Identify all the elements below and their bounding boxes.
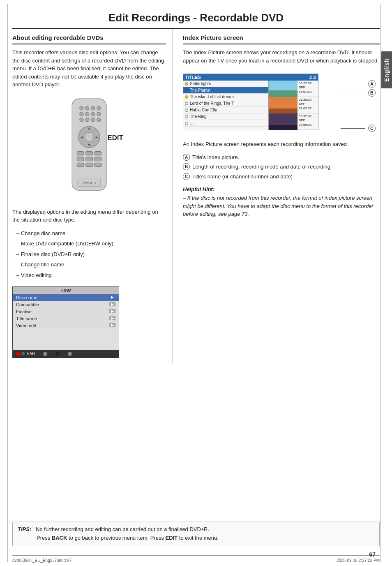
hint-title: Helpful Hint:: [183, 186, 380, 192]
svg-point-4: [97, 106, 101, 110]
svg-point-9: [80, 118, 83, 121]
svg-text:◄: ◄: [80, 135, 83, 139]
svg-point-1: [80, 106, 83, 110]
svg-text:▲: ▲: [87, 126, 91, 130]
info-label-b: B: [183, 163, 190, 170]
list-item: Finalise disc (DVD±R only): [16, 249, 166, 260]
titles-label: TITLES: [185, 75, 201, 80]
grey-circle-icon-1: [43, 352, 47, 356]
info-list: A Title's index picture. B Length of rec…: [183, 152, 380, 182]
label-b: B: [368, 89, 376, 97]
label-c: C: [368, 125, 376, 132]
edit-menu-footer: CLEAR: [13, 350, 119, 358]
right-column: Index Picture screen The Index Picture s…: [181, 29, 380, 364]
dark-circle-icon: [55, 352, 60, 356]
left-body-text-2: The displayed options in the editing men…: [12, 208, 166, 224]
svg-point-12: [97, 118, 101, 121]
svg-rect-31: [269, 81, 297, 90]
label-b-wrapper: B: [341, 89, 376, 97]
edit-menu-item-disc-name: Disc name ▶: [13, 294, 119, 301]
edit-menu-header: +RW: [13, 287, 119, 294]
edit-menu-item-video-edit: Video edit ▶: [13, 322, 119, 329]
right-body-text-2: An Index Picture screen represents each …: [183, 140, 380, 148]
edit-menu-item-finalise: Finalise ▶: [13, 308, 119, 315]
thumb-row-3: 00:32:02 SPP 28:06:03: [269, 113, 318, 130]
tips-back-text: Press BACK to go back to previous menu i…: [18, 535, 219, 541]
index-box-wrapper: TITLES 2-2 Static lights The: [183, 69, 380, 135]
list-item: Make DVD compatible (DVD±RW only): [16, 238, 166, 249]
thumb-info-1: 00:22:08 SPP 14:01:03: [297, 81, 318, 97]
info-item-a: A Title's index picture.: [183, 152, 380, 162]
svg-rect-25: [95, 157, 101, 161]
svg-point-3: [91, 106, 95, 110]
list-item: Video editing: [16, 270, 166, 281]
index-picture-box: TITLES 2-2 Static lights The: [183, 74, 318, 130]
svg-point-10: [85, 118, 89, 121]
dot-7: [185, 122, 188, 125]
footer-circle-3: [68, 352, 72, 356]
svg-point-2: [85, 106, 89, 110]
info-label-c: C: [183, 173, 190, 180]
svg-text:▼: ▼: [87, 143, 91, 147]
svg-rect-28: [95, 163, 101, 166]
right-border: [380, 4, 380, 562]
svg-point-5: [80, 112, 83, 116]
svg-text:►: ►: [95, 135, 99, 139]
grey-circle-icon-2: [68, 352, 72, 356]
bottom-border-line: [12, 555, 380, 556]
page-container: Edit Recordings - Recordable DVD English…: [0, 0, 392, 566]
right-body-text-1: The Index Picture screen shows your reco…: [183, 49, 380, 65]
svg-point-7: [91, 112, 95, 116]
index-item-3: The island of lost dream: [183, 94, 268, 100]
edit-menu-spacer: [13, 329, 119, 350]
index-titles-row: TITLES 2-2: [183, 74, 318, 81]
thumb-img-3: [269, 113, 297, 130]
index-item-7: …: [183, 120, 268, 127]
label-a: A: [368, 80, 376, 88]
thumb-img-2: [269, 97, 297, 113]
label-c-line: [341, 128, 365, 129]
svg-point-14: [85, 132, 94, 141]
left-body-text-1: This recorder offers various disc edit o…: [12, 49, 166, 89]
hint-text: – If the disc is not recorded from this …: [183, 194, 380, 218]
footer-date: 2005-09-16 2:27:22 PM: [337, 558, 380, 563]
svg-point-11: [91, 118, 95, 121]
tips-label: TIPS:: [18, 526, 31, 532]
label-c-wrapper: C: [341, 125, 376, 132]
index-item-2: The Pianist: [183, 87, 268, 94]
svg-rect-27: [86, 163, 93, 166]
dot-6: [185, 115, 188, 118]
label-a-wrapper: A: [341, 80, 376, 88]
info-label-a: A: [183, 154, 190, 161]
tips-bar: TIPS: No further recording and editing c…: [12, 522, 380, 546]
left-section-heading: About editing recordable DVDs: [12, 29, 166, 44]
svg-rect-26: [77, 163, 84, 166]
tips-text: No further recording and editing can be …: [36, 526, 209, 532]
index-list: Static lights The Pianist The island of …: [183, 81, 269, 130]
label-a-line: [341, 84, 365, 84]
right-section-heading: Index Picture screen: [183, 29, 380, 44]
hint-section: Helpful Hint: – If the disc is not recor…: [183, 186, 380, 218]
dot-yellow-3: [185, 95, 188, 99]
remote-area: ▲ ▼ ◄ ► EDIT: [12, 95, 166, 202]
label-b-line: [341, 93, 365, 93]
svg-point-8: [97, 112, 101, 116]
index-item-6: The Ring: [183, 113, 268, 120]
index-content: Static lights The Pianist The island of …: [183, 81, 318, 130]
content-columns: About editing recordable DVDs This recor…: [12, 29, 380, 364]
thumb-info-2: 01:20:00 SPP 21:02:03: [297, 97, 318, 113]
dot-blue-2: [185, 89, 188, 92]
svg-rect-24: [86, 157, 93, 161]
info-item-b: B Length of recording, recording mode an…: [183, 162, 380, 172]
thumb-row-1: 00:22:08 SPP 14:01:03: [269, 81, 318, 97]
footer-circle-1: [43, 352, 47, 356]
dot-yellow-1: [185, 82, 188, 85]
edit-menu-item-compatible: Compatible ▶: [13, 301, 119, 308]
svg-text:EDIT: EDIT: [108, 134, 124, 141]
left-column: About editing recordable DVDs This recor…: [12, 29, 173, 364]
svg-text:PHILIPS: PHILIPS: [83, 181, 96, 185]
left-border: [7, 4, 8, 562]
thumb-row-2: 01:20:00 SPP 21:02:03: [269, 97, 318, 113]
edit-menu-item-title-name: Title name ▶: [13, 315, 119, 322]
index-item-5: Habla Con Ella: [183, 107, 268, 113]
